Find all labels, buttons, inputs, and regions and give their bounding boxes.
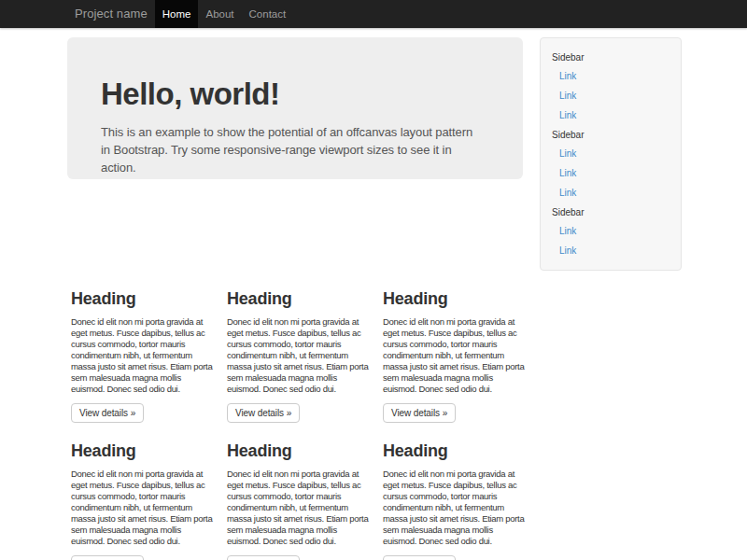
sidebar-group-title: Sidebar xyxy=(541,206,681,219)
brand-link[interactable]: Project name xyxy=(75,0,148,28)
navbar: Project name Home About Contact xyxy=(0,0,747,28)
card: Heading Donec id elit non mi porta gravi… xyxy=(383,271,525,423)
card-heading: Heading xyxy=(227,289,369,309)
sidebar-link[interactable]: Link xyxy=(541,86,681,105)
sidebar-link[interactable]: Link xyxy=(541,66,681,86)
view-details-button[interactable]: View details » xyxy=(383,403,456,423)
card-body-text: Donec id elit non mi porta gravida at eg… xyxy=(227,469,369,547)
nav-item-contact[interactable]: Contact xyxy=(242,0,294,28)
sidebar-link[interactable]: Link xyxy=(541,241,681,260)
sidebar-link[interactable]: Link xyxy=(541,183,681,203)
view-details-button[interactable]: View details » xyxy=(227,555,300,560)
jumbotron-text: This is an example to show the potential… xyxy=(101,123,478,176)
navbar-menu: Home About Contact xyxy=(155,0,293,28)
card-heading: Heading xyxy=(71,441,213,461)
card-body-text: Donec id elit non mi porta gravida at eg… xyxy=(383,316,525,395)
card: Heading Donec id elit non mi porta gravi… xyxy=(383,423,525,560)
sidebar-link[interactable]: Link xyxy=(541,163,681,183)
sidebar-panel: Sidebar Link Link Link Sidebar Link Link… xyxy=(540,37,682,271)
nav-item-about[interactable]: About xyxy=(198,0,241,28)
sidebar-group-title: Sidebar xyxy=(541,129,681,142)
card: Heading Donec id elit non mi porta gravi… xyxy=(71,423,213,560)
jumbotron: Hello, world! This is an example to show… xyxy=(67,37,523,179)
view-details-button[interactable]: View details » xyxy=(383,555,456,560)
card-body-text: Donec id elit non mi porta gravida at eg… xyxy=(227,316,369,395)
card-heading: Heading xyxy=(71,289,213,309)
content-grid: Heading Donec id elit non mi porta gravi… xyxy=(71,271,525,560)
card: Heading Donec id elit non mi porta gravi… xyxy=(71,271,213,423)
card-body-text: Donec id elit non mi porta gravida at eg… xyxy=(71,316,213,395)
card-body-text: Donec id elit non mi porta gravida at eg… xyxy=(71,469,213,547)
sidebar-link[interactable]: Link xyxy=(541,144,681,163)
card-heading: Heading xyxy=(383,441,525,461)
nav-item-home[interactable]: Home xyxy=(155,0,199,28)
view-details-button[interactable]: View details » xyxy=(71,403,144,423)
top-row: Hello, world! This is an example to show… xyxy=(67,37,682,271)
sidebar-group-title: Sidebar xyxy=(541,51,681,64)
jumbotron-title: Hello, world! xyxy=(101,77,489,112)
sidebar-link[interactable]: Link xyxy=(541,221,681,241)
sidebar-link[interactable]: Link xyxy=(541,105,681,125)
card: Heading Donec id elit non mi porta gravi… xyxy=(227,423,369,560)
card-heading: Heading xyxy=(383,289,525,309)
view-details-button[interactable]: View details » xyxy=(227,403,300,423)
card-body-text: Donec id elit non mi porta gravida at eg… xyxy=(383,469,525,547)
card-heading: Heading xyxy=(227,441,369,461)
view-details-button[interactable]: View details » xyxy=(71,555,144,560)
card: Heading Donec id elit non mi porta gravi… xyxy=(227,271,369,423)
